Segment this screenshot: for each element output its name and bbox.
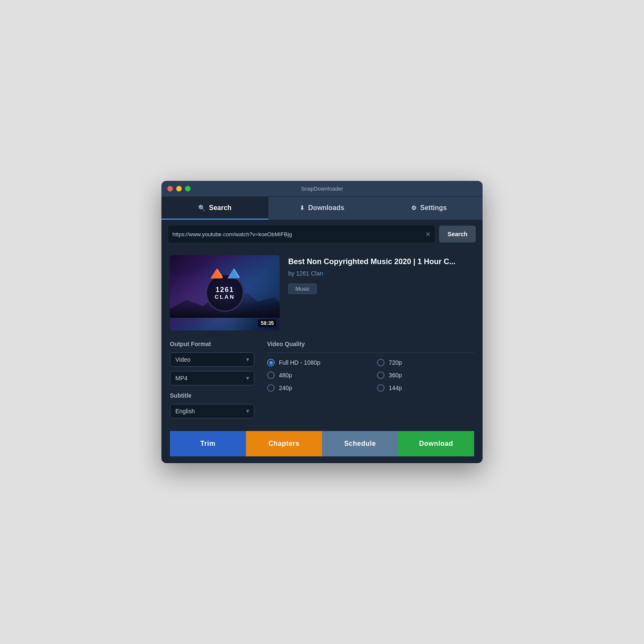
- logo-text-1261: 1261: [216, 286, 234, 294]
- settings-tab-icon: ⚙: [411, 205, 417, 211]
- trim-button[interactable]: Trim: [170, 431, 246, 456]
- subtitle-section: Subtitle English None Spanish French ▼: [170, 392, 254, 418]
- downloads-tab-label: Downloads: [308, 204, 344, 212]
- action-bar: Trim Chapters Schedule Download: [170, 431, 474, 456]
- video-duration: 58:35: [258, 319, 276, 327]
- quality-label: Video Quality: [267, 341, 474, 347]
- quality-label-1080p: Full HD - 1080p: [279, 359, 320, 366]
- quality-option-360p[interactable]: 360p: [377, 371, 474, 379]
- subtitle-select-wrapper: English None Spanish French ▼: [170, 404, 254, 418]
- downloads-tab-icon: ⬇: [300, 205, 305, 211]
- tab-settings[interactable]: ⚙ Settings: [376, 197, 483, 220]
- logo-text-clan: CLAN: [215, 294, 235, 300]
- options-section: Output Format Video Audio Subtitles ▼ MP…: [170, 341, 474, 423]
- settings-tab-label: Settings: [420, 204, 447, 212]
- format-select[interactable]: Video Audio Subtitles: [170, 352, 254, 367]
- window-controls: [167, 186, 191, 191]
- chapters-button[interactable]: Chapters: [246, 431, 322, 456]
- output-format-panel: Output Format Video Audio Subtitles ▼ MP…: [170, 341, 254, 423]
- quality-label-720p: 720p: [389, 359, 402, 366]
- quality-label-360p: 360p: [389, 372, 402, 379]
- radio-240p[interactable]: [267, 384, 275, 392]
- main-content: 1261 CLAN 58:35 Best Non Copyrighted Mus…: [161, 248, 483, 463]
- video-tag: Music: [288, 284, 317, 294]
- search-tab-label: Search: [209, 204, 231, 212]
- quality-divider: [267, 352, 474, 353]
- thumbnail: 1261 CLAN 58:35: [170, 255, 280, 330]
- radio-144p[interactable]: [377, 384, 385, 392]
- quality-option-1080p[interactable]: Full HD - 1080p: [267, 359, 364, 366]
- quality-grid: Full HD - 1080p 720p 480p 360p: [267, 359, 474, 392]
- search-bar: ✕ Search: [161, 220, 483, 248]
- download-button[interactable]: Download: [398, 431, 474, 456]
- quality-label-240p: 240p: [279, 385, 292, 391]
- subtitle-label: Subtitle: [170, 392, 254, 399]
- video-section: 1261 CLAN 58:35 Best Non Copyrighted Mus…: [170, 255, 474, 330]
- output-format-label: Output Format: [170, 341, 254, 347]
- radio-480p[interactable]: [267, 371, 275, 379]
- radio-360p[interactable]: [377, 371, 385, 379]
- quality-section: Video Quality Full HD - 1080p 720p 4: [267, 341, 474, 423]
- subtitle-select[interactable]: English None Spanish French: [170, 404, 254, 418]
- url-input-wrapper: ✕: [168, 226, 435, 243]
- radio-720p[interactable]: [377, 359, 385, 366]
- quality-option-720p[interactable]: 720p: [377, 359, 474, 366]
- video-title: Best Non Copyrighted Music 2020 | 1 Hour…: [288, 257, 474, 267]
- quality-label-144p: 144p: [389, 385, 402, 391]
- format-select-wrapper: Video Audio Subtitles ▼: [170, 352, 254, 367]
- quality-option-240p[interactable]: 240p: [267, 384, 364, 392]
- codec-select-wrapper: MP4 MKV MOV AVI ▼: [170, 371, 254, 385]
- video-author: by 1261 Clan: [288, 270, 474, 277]
- search-tab-icon: 🔍: [198, 205, 205, 211]
- tab-downloads[interactable]: ⬇ Downloads: [268, 197, 375, 220]
- quality-option-480p[interactable]: 480p: [267, 371, 364, 379]
- clear-button[interactable]: ✕: [425, 230, 431, 238]
- maximize-button[interactable]: [185, 186, 191, 191]
- close-button[interactable]: [167, 186, 173, 191]
- url-input[interactable]: [172, 231, 425, 237]
- quality-option-144p[interactable]: 144p: [377, 384, 474, 392]
- channel-logo: 1261 CLAN: [206, 274, 244, 312]
- radio-1080p[interactable]: [267, 359, 275, 366]
- titlebar: SnapDownloader: [161, 181, 483, 197]
- tab-search[interactable]: 🔍 Search: [161, 197, 268, 220]
- quality-label-480p: 480p: [279, 372, 292, 379]
- codec-select[interactable]: MP4 MKV MOV AVI: [170, 371, 254, 385]
- window-title: SnapDownloader: [301, 186, 343, 192]
- tabbar: 🔍 Search ⬇ Downloads ⚙ Settings: [161, 197, 483, 220]
- minimize-button[interactable]: [176, 186, 182, 191]
- video-meta: Best Non Copyrighted Music 2020 | 1 Hour…: [288, 255, 474, 330]
- app-window: SnapDownloader 🔍 Search ⬇ Downloads ⚙ Se…: [161, 181, 483, 463]
- schedule-button[interactable]: Schedule: [322, 431, 398, 456]
- search-button[interactable]: Search: [439, 226, 476, 243]
